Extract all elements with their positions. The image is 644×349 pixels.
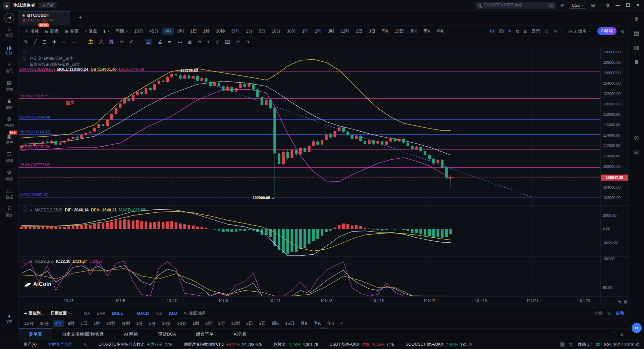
sidebar-item-更多[interactable]: ⠿更多 xyxy=(0,206,18,218)
sidebar-item-要闻[interactable]: ▤要闻 xyxy=(0,80,18,92)
timeframe-12时[interactable]: 12时 xyxy=(338,28,352,35)
bottom-timeframe-3日[interactable]: 3日 xyxy=(257,320,268,327)
timeframe-2日[interactable]: 2日 xyxy=(354,28,365,35)
tab-AI分析[interactable]: AI分析 xyxy=(224,329,257,340)
draw-tool-c3[interactable]: ⊠ xyxy=(188,39,192,45)
draw-tool-a2[interactable]: ☰ xyxy=(42,39,47,45)
draw-tool-c8[interactable]: ↶ xyxy=(236,39,240,45)
camera-icon[interactable] xyxy=(499,30,503,33)
tab-现货DCA[interactable]: 现货DCA xyxy=(148,329,186,340)
bottom-timeframe-2日[interactable]: 2日 xyxy=(244,320,255,327)
status-segment-3[interactable]: OKX-BTC多空持仓人数比主力看空2.16 xyxy=(98,342,172,347)
tab-AI 网格[interactable]: AI 网格 xyxy=(114,329,148,340)
strategy-overlay-2[interactable]: 超级波段追踪多头策略_副本 xyxy=(30,62,80,67)
bottom-timeframe-1秒[interactable]: 1秒 xyxy=(91,320,103,327)
status-segment-6[interactable]: USDT 场外-OKX溢价 +0.35%7.15 xyxy=(330,342,394,347)
fullscreen-icon[interactable]: ◳ xyxy=(553,29,557,34)
timeframe-8时[interactable]: 8时 xyxy=(175,28,186,35)
timeframe-10分[interactable]: 10分 xyxy=(269,28,283,35)
draw-tool-c7[interactable]: ⌧ xyxy=(225,39,230,45)
draw-tool-主[interactable]: 主 xyxy=(89,39,93,45)
status-segment-5[interactable]: 伦敦金-1.48%4,301.79 xyxy=(274,342,318,347)
indicator-定位到...[interactable]: ⇥定位到... xyxy=(23,310,44,316)
target-icon[interactable]: ◎ xyxy=(544,29,548,34)
bottom-timeframe-1分[interactable]: 1分 xyxy=(134,320,145,327)
sidebar-item-群聊[interactable]: ☷群聊 xyxy=(0,152,18,163)
window-close-icon[interactable]: ✕ xyxy=(635,3,641,8)
line-label[interactable]: 线路 3 : xyxy=(578,342,592,347)
sidebar-item-快讯[interactable]: ⚡快讯 xyxy=(0,62,18,74)
window-maximize-icon[interactable] xyxy=(625,3,631,8)
right-panel-icon-1[interactable]: ▤ xyxy=(634,30,639,36)
bottom-timeframe-45分[interactable]: 45分 xyxy=(37,320,51,327)
notification-bell-icon[interactable]: ⍾ xyxy=(561,2,564,8)
bottom-timeframe-月K[interactable]: 月K xyxy=(298,320,310,327)
status-segment-2[interactable]: ✎ xyxy=(84,342,87,347)
pane-collapse-button[interactable]: › xyxy=(22,49,27,54)
bottom-timeframe-分时[interactable]: 分时 xyxy=(119,320,132,327)
bottom-timeframe-8时[interactable]: 8时 xyxy=(65,320,77,327)
sidebar-item-数据[interactable]: ◫数据 xyxy=(0,188,18,200)
drag-handle[interactable] xyxy=(319,328,328,329)
draw-tool-a0[interactable]: ✎ xyxy=(24,39,28,45)
timeframe-30分[interactable]: 30分 xyxy=(284,28,298,35)
bottom-timeframe-15日[interactable]: 15日 xyxy=(283,320,297,327)
draw-tool-c6[interactable]: ▽ xyxy=(216,39,219,45)
timeframe-3日[interactable]: 3日 xyxy=(366,28,378,35)
bottom-timeframe-季K[interactable]: 季K xyxy=(311,320,323,327)
timeframe-季K[interactable]: 季K xyxy=(421,28,433,35)
indicator-社区指标[interactable]: ✎社区指标 xyxy=(184,310,205,316)
bottom-timeframe-12时[interactable]: 12时 xyxy=(228,320,242,327)
tabs-right-icon-1[interactable]: ≣ xyxy=(620,332,624,337)
scale-option-%[interactable]: % xyxy=(607,311,611,316)
tab-委单区[interactable]: 委单区 xyxy=(19,329,52,340)
scale-option-对数[interactable]: 对数 xyxy=(595,310,603,316)
sidebar-item-首页[interactable]: ⌂首页 xyxy=(0,26,18,38)
draw-tool-a5[interactable]: ⋯ xyxy=(72,39,77,45)
bottom-timeframe-15分[interactable]: 15分 xyxy=(22,320,36,327)
status-segment-7[interactable]: SOL/USDT 欧易OKX-1.69%181.72 xyxy=(406,342,472,347)
bottom-timeframe-5分[interactable]: 5分 xyxy=(147,320,158,327)
sidebar-item-行情[interactable]: 行情 xyxy=(0,44,18,56)
bottom-timeframe-30分[interactable]: 30分 xyxy=(175,320,189,327)
share-icon[interactable]: ⋐ xyxy=(621,29,625,34)
bottom-timeframe-30秒[interactable]: 30秒 xyxy=(104,320,118,327)
toolbar-button-多窗[interactable]: ⊞多窗 xyxy=(62,27,81,35)
status-segment-1[interactable]: 实时资产风控 xyxy=(48,342,72,347)
bottom-timeframe-年K[interactable]: 年K xyxy=(325,320,337,327)
sidebar-item-策略[interactable]: ♟策略 xyxy=(0,98,18,110)
draw-tool-大[interactable]: 大 xyxy=(99,39,104,45)
close-timeframe-bar[interactable]: × xyxy=(338,320,345,327)
timeframe-1秒[interactable]: 1秒 xyxy=(201,28,212,35)
draw-tool-c5[interactable]: ⌖ xyxy=(207,39,210,45)
show-label[interactable]: 显示 xyxy=(531,28,540,34)
draw-tool-select[interactable]: ⊡ xyxy=(145,39,152,45)
tab-组合下单[interactable]: 组合下单 xyxy=(186,329,224,340)
bottom-timeframe-1日[interactable]: 1日 xyxy=(78,320,90,327)
timeframe-5分[interactable]: 5分 xyxy=(256,28,268,35)
add-tab-button[interactable]: + xyxy=(70,11,91,25)
indicator-EMA[interactable]: EMA xyxy=(97,311,105,316)
draw-tool-a4[interactable]: ▭ xyxy=(62,39,66,45)
tabs-right-icon-0[interactable]: ⌃ xyxy=(612,332,615,337)
bottom-timeframe-4时[interactable]: 4时 xyxy=(53,320,64,327)
currency-selector[interactable]: USD▾ xyxy=(569,2,587,9)
timeframe-1时[interactable]: 1时 xyxy=(300,28,311,35)
template-selector[interactable]: ◷未命名∨ xyxy=(566,27,593,35)
draw-tool-a3[interactable]: ✚ xyxy=(52,39,56,45)
replay-time[interactable]: 0s xyxy=(490,29,495,34)
timeframe-30秒[interactable]: 30秒 xyxy=(214,28,227,35)
aicoin-logo[interactable]: ai xyxy=(4,13,14,23)
right-panel-icon-2[interactable]: ▥ xyxy=(634,44,639,51)
draw-tool-c1[interactable]: ✒ xyxy=(168,39,172,45)
bottom-timeframe-3时[interactable]: 3时 xyxy=(216,320,227,327)
right-contact-icon-1[interactable]: ☏ xyxy=(633,149,640,156)
help-icon[interactable]: ? xyxy=(560,342,565,347)
object-tree-icon[interactable]: ≣ xyxy=(523,29,527,34)
draw-tool-c9[interactable]: ↷ xyxy=(246,39,250,45)
draw-tool-c0[interactable]: ∡ xyxy=(158,39,162,45)
toolbar-button-复盘[interactable]: «复盘 xyxy=(82,27,100,35)
indicator-日期范围[interactable]: 日期范围˅ xyxy=(51,310,70,316)
status-segment-4[interactable]: 纳斯达克指数期货CFD+0.14%24,788.975 xyxy=(184,342,262,347)
draw-tool-b1[interactable]: ✐ xyxy=(129,39,133,45)
